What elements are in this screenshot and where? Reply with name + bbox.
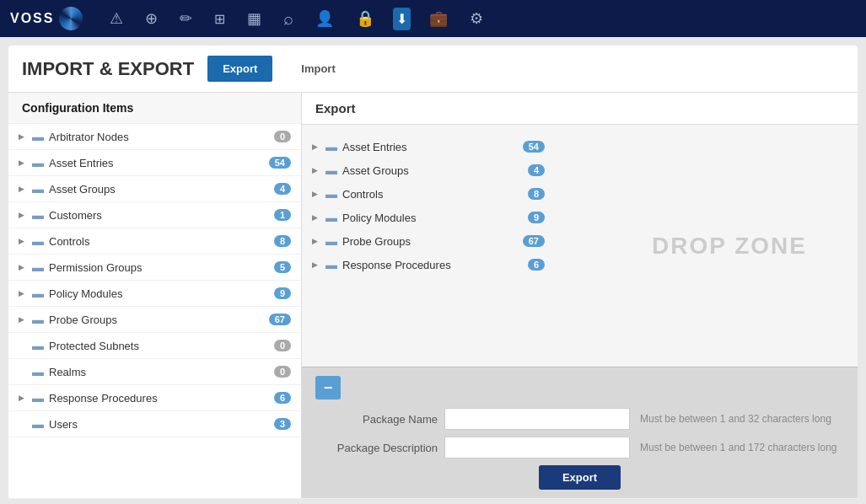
main-content: IMPORT & EXPORT Export Import Configurat… [8,46,858,499]
sliders-icon[interactable]: ⊞ [211,8,229,30]
item-badge: 5 [274,261,291,273]
download-icon[interactable]: ⬇ [393,8,411,30]
page-title: IMPORT & EXPORT [22,58,194,80]
item-label: Customers [49,209,269,222]
expand-arrow: ▶ [312,260,320,269]
package-desc-input[interactable] [444,437,630,458]
item-label: Controls [49,235,269,248]
export-list-item[interactable]: ▶ ▬ Asset Groups 4 [302,158,555,182]
expand-arrow: ▶ [312,213,320,222]
folder-icon: ▬ [325,164,337,177]
package-desc-row: Package Description Must be between 1 an… [315,437,844,458]
drop-zone-label: DROP ZONE [652,233,807,260]
search-icon[interactable]: ⌕ [280,6,297,32]
expand-arrow: ▶ [19,394,27,402]
list-item[interactable]: ▶ ▬ Asset Entries 54 [8,150,301,176]
export-button[interactable]: Export [539,465,621,490]
list-item[interactable]: ▶ ▬ Users 3 [8,411,301,437]
expand-arrow: ▶ [19,185,27,193]
item-label: Realms [49,366,269,378]
export-list-item[interactable]: ▶ ▬ Controls 8 [302,182,555,206]
header-bar: IMPORT & EXPORT Export Import [8,46,858,93]
folder-icon: ▬ [32,260,44,274]
item-badge: 0 [274,366,291,378]
package-name-label: Package Name [315,413,438,426]
folder-icon: ▬ [325,140,337,153]
export-list-item[interactable]: ▶ ▬ Probe Groups 67 [302,229,555,253]
folder-icon: ▬ [325,234,337,248]
tab-import[interactable]: Import [286,56,350,82]
expand-arrow: ▶ [312,166,320,174]
export-list-item[interactable]: ▶ ▬ Policy Modules 9 [302,206,555,229]
expand-arrow: ▶ [19,289,27,298]
expand-arrow: ▶ [312,190,320,198]
pen-icon[interactable]: ✏ [176,6,196,31]
right-panel: Export ▶ ▬ Asset Entries 54 ▶ ▬ Asset Gr… [302,93,858,498]
calendar-icon[interactable]: ▦ [244,6,265,31]
alert-icon[interactable]: ⚠ [106,6,126,31]
list-item[interactable]: ▶ ▬ Response Procedures 6 [8,385,301,411]
folder-icon: ▬ [32,391,44,405]
list-item[interactable]: ▶ ▬ Customers 1 [8,202,301,228]
expand-arrow: ▶ [19,263,27,271]
folder-icon: ▬ [32,156,44,169]
expand-arrow: ▶ [312,237,320,245]
briefcase-icon[interactable]: 💼 [426,6,451,31]
expand-arrow: ▶ [19,132,27,141]
expand-arrow: ▶ [312,142,320,151]
list-item[interactable]: ▶ ▬ Asset Groups 4 [8,176,301,202]
bottom-bar: − Package Name Must be between 1 and 32 … [302,367,858,498]
list-item[interactable]: ▶ ▬ Policy Modules 9 [8,281,301,307]
item-label: Controls [342,188,523,201]
item-label: Policy Modules [342,212,523,224]
logo-text: VOSS [10,11,54,26]
item-label: Asset Groups [49,183,269,196]
expand-arrow: ▶ [19,237,27,245]
item-badge: 9 [528,212,545,223]
expand-arrow: ▶ [19,158,27,167]
item-badge: 4 [528,164,545,176]
item-label: Asset Entries [49,157,264,169]
export-list-item[interactable]: ▶ ▬ Asset Entries 54 [302,135,555,158]
item-label: Asset Groups [342,164,523,177]
package-name-input[interactable] [444,408,630,430]
export-heading: Export [302,93,858,125]
left-panel: Configuration Items ▶ ▬ Arbitrator Nodes… [8,93,302,498]
folder-icon: ▬ [32,182,44,196]
item-badge: 8 [274,235,291,247]
item-badge: 0 [274,131,291,142]
list-item[interactable]: ▶ ▬ Protected Subnets 0 [8,333,301,359]
item-badge: 3 [274,418,291,430]
item-badge: 1 [274,209,291,221]
item-badge: 67 [269,314,291,325]
lock-icon[interactable]: 🔒 [352,6,378,31]
folder-icon: ▬ [32,287,44,300]
list-item[interactable]: ▶ ▬ Realms 0 [8,359,301,385]
top-navigation: VOSS ⚠ ⊕ ✏ ⊞ ▦ ⌕ 👤 🔒 ⬇ 💼 ⚙ [0,0,866,37]
list-item[interactable]: ▶ ▬ Arbitrator Nodes 0 [8,124,301,150]
tab-export[interactable]: Export [207,56,272,82]
folder-icon: ▬ [325,258,337,271]
config-items-heading: Configuration Items [8,93,301,124]
package-name-row: Package Name Must be between 1 and 32 ch… [315,408,844,430]
item-label: Probe Groups [49,314,264,326]
folder-icon: ▬ [32,130,44,143]
item-label: Arbitrator Nodes [49,131,269,143]
list-item[interactable]: ▶ ▬ Controls 8 [8,228,301,255]
item-badge: 54 [523,141,545,153]
item-label: Probe Groups [342,235,518,248]
item-label: Permission Groups [49,261,269,274]
folder-icon: ▬ [32,234,44,248]
package-desc-label: Package Description [315,442,438,454]
folder-icon: ▬ [32,313,44,326]
user-icon[interactable]: 👤 [312,6,337,31]
logo-icon [59,7,83,30]
globe-icon[interactable]: ⊕ [142,6,161,31]
gear-icon[interactable]: ⚙ [466,6,487,31]
export-list-item[interactable]: ▶ ▬ Response Procedures 6 [302,253,555,276]
list-item[interactable]: ▶ ▬ Permission Groups 5 [8,255,301,281]
expand-arrow: ▶ [19,315,27,324]
expand-arrow: ▶ [19,211,27,219]
list-item[interactable]: ▶ ▬ Probe Groups 67 [8,307,301,333]
remove-button[interactable]: − [315,376,341,399]
